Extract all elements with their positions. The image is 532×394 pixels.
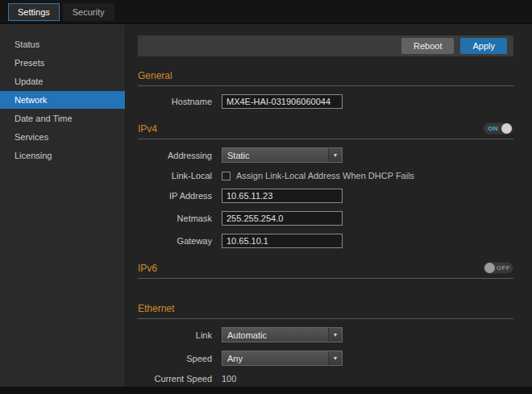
- hostname-row: Hostname: [138, 94, 513, 109]
- general-section-title: General: [138, 70, 172, 81]
- speed-row: Speed Any ▼: [138, 350, 513, 366]
- sidebar-item-network[interactable]: Network: [0, 91, 125, 109]
- general-section-header: General: [138, 70, 513, 86]
- ipv6-toggle[interactable]: OFF: [483, 262, 513, 274]
- ethernet-section-header: Ethernet: [138, 303, 513, 319]
- gateway-row: Gateway: [138, 234, 513, 248]
- link-row: Link Automatic ▼: [138, 327, 513, 342]
- tab-settings[interactable]: Settings: [8, 3, 60, 21]
- netmask-label: Netmask: [138, 214, 212, 223]
- current-speed-label: Current Speed: [138, 374, 212, 384]
- ipv6-section-title: IPv6: [138, 263, 157, 274]
- ethernet-section-title: Ethernet: [138, 303, 174, 314]
- link-local-checkbox[interactable]: [222, 172, 231, 180]
- addressing-select-value: Static: [227, 151, 250, 160]
- current-speed-row: Current Speed 100: [138, 374, 513, 384]
- tab-security[interactable]: Security: [63, 3, 114, 21]
- chevron-down-icon: ▼: [328, 328, 342, 342]
- link-local-checkbox-label: Assign Link-Local Address When DHCP Fail…: [236, 171, 414, 180]
- ipv6-section-header: IPv6 OFF: [138, 262, 513, 279]
- reboot-button[interactable]: Reboot: [401, 38, 454, 54]
- gateway-label: Gateway: [138, 236, 212, 246]
- speed-select-value: Any: [227, 354, 243, 363]
- ipv4-toggle-state-label: ON: [484, 125, 501, 132]
- link-select[interactable]: Automatic ▼: [222, 327, 343, 342]
- window-bottom-edge: [0, 387, 532, 394]
- hostname-input[interactable]: [222, 94, 343, 109]
- ipv4-toggle[interactable]: ON: [483, 122, 513, 135]
- hostname-label: Hostname: [138, 97, 212, 106]
- chevron-down-icon: ▼: [328, 351, 342, 365]
- sidebar: Status Presets Update Network Date and T…: [0, 24, 126, 387]
- speed-label: Speed: [138, 354, 212, 363]
- chevron-down-icon: ▼: [328, 148, 342, 162]
- ipv4-section-header: IPv4 ON: [138, 122, 513, 139]
- link-select-value: Automatic: [227, 330, 267, 340]
- netmask-input[interactable]: [222, 211, 343, 226]
- addressing-select[interactable]: Static ▼: [222, 147, 343, 163]
- network-settings-panel: Reboot Apply General Hostname IPv4 ON Ad: [126, 24, 532, 387]
- link-label: Link: [138, 330, 212, 340]
- action-toolbar: Reboot Apply: [138, 35, 513, 56]
- speed-select[interactable]: Any ▼: [222, 350, 343, 366]
- sidebar-item-licensing[interactable]: Licensing: [0, 147, 125, 164]
- sidebar-item-status[interactable]: Status: [0, 35, 125, 53]
- ip-address-input[interactable]: [222, 189, 343, 203]
- netmask-row: Netmask: [138, 211, 513, 226]
- apply-button[interactable]: Apply: [460, 38, 507, 54]
- ipv6-toggle-state-label: OFF: [495, 264, 512, 272]
- settings-window: Settings Security Status Presets Update …: [0, 0, 532, 394]
- sidebar-item-date-and-time[interactable]: Date and Time: [0, 110, 125, 127]
- current-speed-value: 100: [222, 374, 236, 384]
- ip-address-row: IP Address: [138, 189, 513, 203]
- addressing-row: Addressing Static ▼: [138, 147, 513, 163]
- ipv4-toggle-knob: [501, 123, 512, 134]
- sidebar-item-services[interactable]: Services: [0, 128, 125, 146]
- sidebar-item-update[interactable]: Update: [0, 73, 125, 90]
- gateway-input[interactable]: [222, 234, 343, 248]
- top-tab-bar: Settings Security: [0, 0, 532, 24]
- ip-address-label: IP Address: [138, 191, 212, 201]
- addressing-label: Addressing: [138, 151, 212, 160]
- ipv4-section-title: IPv4: [138, 123, 157, 135]
- ipv6-toggle-knob: [484, 263, 495, 273]
- link-local-row: Link-Local Assign Link-Local Address Whe…: [138, 171, 513, 180]
- link-local-label: Link-Local: [138, 171, 212, 180]
- sidebar-item-presets[interactable]: Presets: [0, 54, 125, 72]
